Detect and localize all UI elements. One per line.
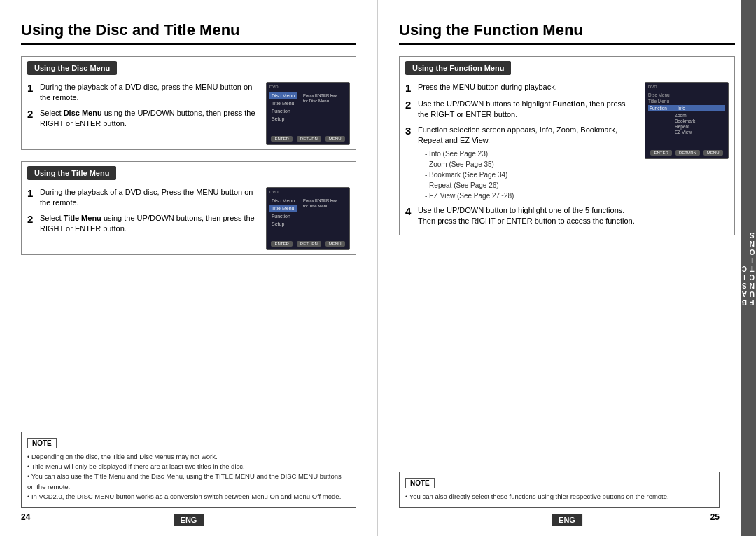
side-tab: BASICFUNCTIONS (741, 0, 756, 536)
func-step-3: 3 Function selection screen appears, Inf… (405, 125, 638, 201)
disc-step-1-num: 1 (27, 82, 37, 104)
right-page-number: 25 (710, 512, 720, 522)
disc-step-2-text: Select Disc Menu using the UP/DOWN butto… (40, 108, 259, 130)
func-menu-row-2: Title Menu (648, 99, 725, 104)
func-bullet-3: - Bookmark (See Page 34) (425, 170, 638, 180)
dvd-func-controls: ENTER RETURN MENU (645, 150, 728, 156)
func-menu-row-1: Disc Menu (648, 92, 725, 97)
dvd-ctrl-return: RETURN (297, 136, 321, 142)
function-menu-header: Using the Function Menu (405, 61, 511, 75)
disc-step-2: 2 Select Disc Menu using the UP/DOWN but… (27, 108, 259, 130)
right-note-text: • You can also directly select these fun… (405, 492, 713, 502)
left-page-title: Using the Disc and Title Menu (21, 21, 356, 45)
dvd-disc-controls: ENTER RETURN MENU (267, 136, 349, 142)
title-step-1-num: 1 (27, 187, 37, 209)
left-note-bullet-2: • Title Menu will only be displayed if t… (27, 462, 350, 472)
func-row-1-label: Disc Menu (648, 92, 675, 97)
disc-step-1-text: During the playback of a DVD disc, press… (40, 82, 259, 104)
dvd-title-ctrl-menu: MENU (326, 241, 345, 247)
dvd-title-item-4: Setup (270, 221, 297, 227)
disc-menu-screenshot: DVD Disc Menu Title Menu Function Setup … (266, 82, 350, 145)
dvd-func-ctrl-menu: MENU (704, 150, 723, 156)
func-bullet-1: - Info (See Page 23) (425, 149, 638, 159)
left-page: Using the Disc and Title Menu Using the … (0, 0, 378, 536)
left-note-bullet-4: • In VCD2.0, the DISC MENU button works … (27, 492, 350, 502)
func-step-1-num: 1 (405, 82, 415, 95)
function-menu-section: Using the Function Menu 1 Press the MENU… (399, 56, 735, 235)
func-sub-repeat: Repeat (675, 124, 725, 129)
title-step-2: 2 Select Title Menu using the UP/DOWN bu… (27, 213, 259, 235)
disc-menu-section: Using the Disc Menu 1 During the playbac… (21, 56, 356, 150)
left-note-text: • Depending on the disc, the Title and D… (27, 452, 350, 502)
right-note-label: NOTE (405, 478, 435, 488)
left-note-bullet-3: • You can also use the Title Menu and th… (27, 472, 350, 492)
func-sub-ezview: EZ View (675, 130, 725, 135)
title-step-2-num: 2 (27, 213, 37, 235)
func-bullet-4: - Repeat (See Page 26) (425, 180, 638, 191)
right-page-title: Using the Function Menu (399, 21, 735, 45)
side-tab-label: BASICFUNCTIONS (741, 231, 756, 306)
right-page: Using the Function Menu Using the Functi… (378, 0, 756, 536)
dvd-title-item-1: Disc Menu (270, 198, 297, 204)
func-sub-bookmark: Bookmark (675, 118, 725, 123)
title-menu-steps: 1 During the playback of a DVD disc, Pre… (27, 187, 259, 239)
dvd-label-title: DVD (270, 190, 279, 194)
func-menu-row-3: Function Info (648, 105, 725, 111)
right-note-box: NOTE • You can also directly select thes… (399, 472, 720, 508)
function-menu-screenshot: DVD Disc Menu Title Menu Function Info Z… (645, 82, 729, 159)
title-step-1-text: During the playback of a DVD disc, Press… (40, 187, 259, 209)
disc-menu-header: Using the Disc Menu (27, 61, 117, 75)
left-note-label: NOTE (27, 438, 57, 448)
title-menu-section: Using the Title Menu 1 During the playba… (21, 161, 356, 255)
title-step-1: 1 During the playback of a DVD disc, Pre… (27, 187, 259, 209)
left-page-number: 24 (21, 512, 30, 522)
dvd-disc-item-4: Setup (270, 116, 297, 122)
dvd-title-ctrl-return: RETURN (297, 241, 321, 247)
dvd-disc-menu-list: Disc Menu Title Menu Function Setup (270, 92, 297, 122)
right-note-bullet-1: • You can also directly select these fun… (405, 492, 713, 502)
dvd-disc-item-1: Disc Menu (270, 92, 297, 99)
func-step-4-num: 4 (405, 205, 415, 227)
function-menu-steps: 1 Press the MENU button during playback.… (405, 82, 638, 231)
dvd-title-ctrl-enter: ENTER (271, 241, 292, 247)
func-row-2-label: Title Menu (648, 99, 675, 104)
dvd-ctrl-enter: ENTER (271, 136, 292, 142)
func-step-3-text: Function selection screen appears, Info,… (418, 125, 638, 201)
func-step-1: 1 Press the MENU button during playback. (405, 82, 638, 95)
disc-step-2-num: 2 (27, 108, 37, 130)
dvd-title-item-3: Function (270, 213, 297, 219)
dvd-title-menu-list: Disc Menu Title Menu Function Setup (270, 198, 297, 227)
func-step-2: 2 Use the UP/DOWN buttons to highlight F… (405, 99, 638, 121)
func-step-2-text: Use the UP/DOWN buttons to highlight Fun… (418, 99, 638, 121)
dvd-disc-item-2: Title Menu (270, 100, 297, 106)
dvd-func-ctrl-enter: ENTER (650, 150, 671, 156)
func-step-2-num: 2 (405, 99, 415, 121)
dvd-ctrl-menu: MENU (326, 136, 345, 142)
dvd-title-controls: ENTER RETURN MENU (267, 241, 349, 247)
func-bullet-2: - Zoom (See Page 35) (425, 159, 638, 170)
func-step-3-bullets: - Info (See Page 23) - Zoom (See Page 35… (425, 149, 638, 201)
dvd-title-notice: Press ENTER keyfor Title Menu (303, 198, 346, 209)
func-sub-zoom: Zoom (675, 113, 725, 118)
func-menu-list: Disc Menu Title Menu Function Info Zoom … (648, 92, 725, 135)
right-eng-badge: ENG (552, 514, 582, 526)
dvd-disc-item-3: Function (270, 108, 297, 114)
left-note-bullet-1: • Depending on the disc, the Title and D… (27, 452, 350, 462)
left-note-box: NOTE • Depending on the disc, the Title … (21, 432, 356, 508)
func-bullet-5: - EZ View (See Page 27~28) (425, 191, 638, 201)
func-step-4-text: Use the UP/DOWN button to highlight one … (418, 205, 638, 227)
dvd-title-item-2: Title Menu (270, 205, 297, 212)
dvd-label-func: DVD (648, 85, 657, 89)
func-step-3-num: 3 (405, 125, 415, 201)
title-menu-header: Using the Title Menu (27, 166, 116, 180)
dvd-disc-notice: Press ENTER keyfor Disc Menu (303, 92, 346, 104)
title-step-2-text: Select Title Menu using the UP/DOWN butt… (40, 213, 259, 235)
dvd-label-disc: DVD (270, 85, 279, 89)
title-menu-screenshot: DVD Disc Menu Title Menu Function Setup … (266, 187, 350, 250)
func-step-1-text: Press the MENU button during playback. (418, 82, 638, 95)
left-eng-badge: ENG (174, 514, 204, 526)
disc-step-1: 1 During the playback of a DVD disc, pre… (27, 82, 259, 104)
disc-menu-steps: 1 During the playback of a DVD disc, pre… (27, 82, 259, 134)
func-step-4: 4 Use the UP/DOWN button to highlight on… (405, 205, 638, 227)
func-row-3-label: Function (648, 106, 675, 111)
